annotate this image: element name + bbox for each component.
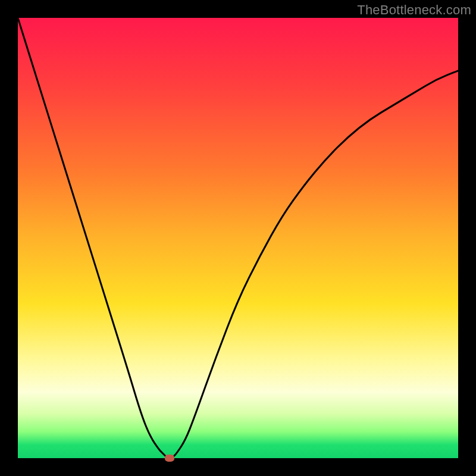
chart-frame: TheBottleneck.com <box>0 0 476 476</box>
watermark-text: TheBottleneck.com <box>357 2 471 18</box>
curve-layer <box>18 18 458 458</box>
plot-area <box>18 18 458 458</box>
bottleneck-curve <box>18 18 458 458</box>
optimum-marker <box>165 455 174 462</box>
